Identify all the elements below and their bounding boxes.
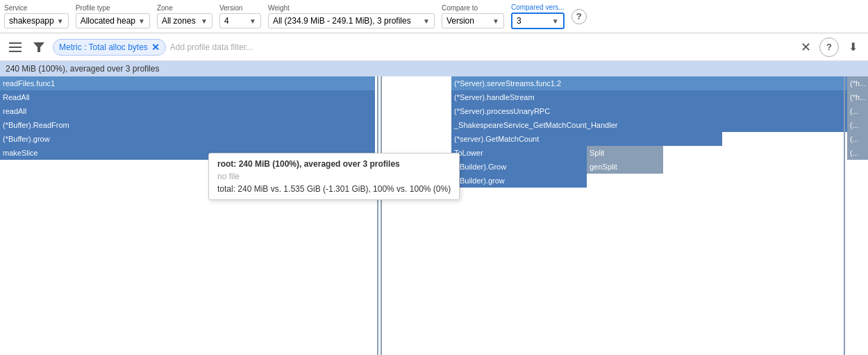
version-value: 4 xyxy=(224,16,229,26)
help-icon[interactable]: ? xyxy=(571,9,587,24)
flame-block[interactable]: (*Builder).grow xyxy=(451,174,587,188)
profile-type-label: Profile type xyxy=(76,4,150,12)
flame-block-far-right[interactable]: (... xyxy=(847,132,868,146)
service-dropdown-group: Service shakespapp ▼ xyxy=(4,4,69,28)
tooltip-total: total: 240 MiB vs. 1.535 GiB (-1.301 GiB… xyxy=(217,184,451,194)
service-select[interactable]: shakespapp ▼ xyxy=(4,13,69,28)
compared-version-dropdown-group: Compared vers... 3 ▼ xyxy=(511,3,565,29)
flame-block[interactable]: readFiles.func1 xyxy=(0,76,375,90)
svg-rect-1 xyxy=(9,47,22,48)
service-label: Service xyxy=(4,4,69,12)
top-toolbar: Service shakespapp ▼ Profile type Alloca… xyxy=(0,0,868,33)
flame-block[interactable]: (*Buffer).ReadFrom xyxy=(0,118,375,132)
filter-bar-right: ✕ ? ⬇ xyxy=(796,38,862,57)
weight-dropdown-group: Weight All (234.9 MiB - 249.1 MiB), 3 pr… xyxy=(268,4,435,28)
zone-arrow-icon: ▼ xyxy=(201,17,208,25)
tooltip-title: root: 240 MiB (100%), averaged over 3 pr… xyxy=(217,159,451,169)
flame-block[interactable]: (*Builder).Grow xyxy=(451,160,587,174)
flame-block-far-right[interactable]: (*h... xyxy=(847,76,868,90)
compare-to-select[interactable]: Version ▼ xyxy=(442,13,504,28)
flame-block[interactable]: (*Server).serveStreams.func1.2 xyxy=(451,76,847,90)
flame-area: 240 MiB (100%), averaged over 3 profiles… xyxy=(0,61,868,355)
compared-version-select[interactable]: 3 ▼ xyxy=(511,13,565,29)
zone-dropdown-group: Zone All zones ▼ xyxy=(157,4,212,28)
weight-label: Weight xyxy=(268,4,435,12)
profile-type-value: Allocated heap xyxy=(81,16,135,26)
metric-chip[interactable]: Metric : Total alloc bytes ✕ xyxy=(53,39,166,56)
flame-block[interactable]: (*Buffer).grow xyxy=(0,132,375,146)
weight-arrow-icon: ▼ xyxy=(423,17,430,25)
svg-marker-3 xyxy=(33,42,44,52)
compared-version-value: 3 xyxy=(517,16,521,26)
flame-block[interactable]: readAll xyxy=(0,104,375,118)
zone-select[interactable]: All zones ▼ xyxy=(157,13,212,28)
tooltip: root: 240 MiB (100%), averaged over 3 pr… xyxy=(208,153,460,200)
flame-block[interactable]: (*server).GetMatchCount xyxy=(451,132,722,146)
help-button[interactable]: ? xyxy=(819,38,839,57)
zone-value: All zones xyxy=(162,16,196,26)
profile-type-arrow-icon: ▼ xyxy=(138,17,145,25)
flame-block-far-right[interactable]: (... xyxy=(847,146,868,160)
flame-block-far-right[interactable]: (... xyxy=(847,104,868,118)
vertical-divider-line xyxy=(377,76,378,355)
version-select[interactable]: 4 ▼ xyxy=(219,13,261,28)
flame-block[interactable]: Split xyxy=(587,146,663,160)
svg-rect-0 xyxy=(9,42,22,44)
compare-to-label: Compare to xyxy=(442,4,504,12)
compare-to-dropdown-group: Compare to Version ▼ xyxy=(442,4,504,28)
zone-label: Zone xyxy=(157,4,212,12)
flame-block[interactable]: genSplit xyxy=(587,160,663,174)
version-label: Version xyxy=(219,4,261,12)
download-icon[interactable]: ⬇ xyxy=(843,38,862,57)
profile-type-select[interactable]: Allocated heap ▼ xyxy=(76,13,150,28)
filter-bar: Metric : Total alloc bytes ✕ Add profile… xyxy=(0,33,868,61)
flame-block-far-right[interactable]: (... xyxy=(847,118,868,132)
compared-version-arrow-icon: ▼ xyxy=(552,17,559,25)
weight-value: All (234.9 MiB - 249.1 MiB), 3 profiles xyxy=(273,16,411,26)
add-filter-placeholder[interactable]: Add profile data filter... xyxy=(170,42,253,52)
vertical-divider-line xyxy=(381,76,382,355)
profile-type-dropdown-group: Profile type Allocated heap ▼ xyxy=(76,4,150,28)
service-value: shakespapp xyxy=(9,16,54,26)
flame-block-far-right[interactable]: (*h... xyxy=(847,90,868,104)
summary-text: 240 MiB (100%), averaged over 3 profiles xyxy=(6,64,159,74)
flame-block[interactable]: ReadAll xyxy=(0,90,375,104)
version-arrow-icon: ▼ xyxy=(249,17,256,25)
summary-bar: 240 MiB (100%), averaged over 3 profiles xyxy=(0,61,868,76)
close-button[interactable]: ✕ xyxy=(796,38,815,57)
filter-icon[interactable] xyxy=(29,38,49,57)
flame-block[interactable]: _ShakespeareService_GetMatchCount_Handle… xyxy=(451,118,847,132)
metric-chip-close-icon[interactable]: ✕ xyxy=(151,42,160,53)
flame-block[interactable]: (*Server).processUnaryRPC xyxy=(451,104,847,118)
compare-to-value: Version xyxy=(446,16,474,26)
metric-chip-label: Metric : Total alloc bytes xyxy=(59,42,148,52)
flame-block[interactable]: (*Server).handleStream xyxy=(451,90,847,104)
menu-icon[interactable] xyxy=(6,38,25,57)
tooltip-file: no file xyxy=(217,172,451,181)
compare-to-arrow-icon: ▼ xyxy=(492,17,499,25)
weight-select[interactable]: All (234.9 MiB - 249.1 MiB), 3 profiles … xyxy=(268,13,435,28)
svg-rect-2 xyxy=(9,51,22,52)
version-dropdown-group: Version 4 ▼ xyxy=(219,4,261,28)
service-arrow-icon: ▼ xyxy=(57,17,64,25)
right-vertical-divider-line xyxy=(844,76,845,355)
compared-version-label: Compared vers... xyxy=(511,3,565,11)
flame-block[interactable]: ToLower xyxy=(451,146,587,160)
flame-canvas: root: 240 MiB (100%), averaged over 3 pr… xyxy=(0,76,868,355)
